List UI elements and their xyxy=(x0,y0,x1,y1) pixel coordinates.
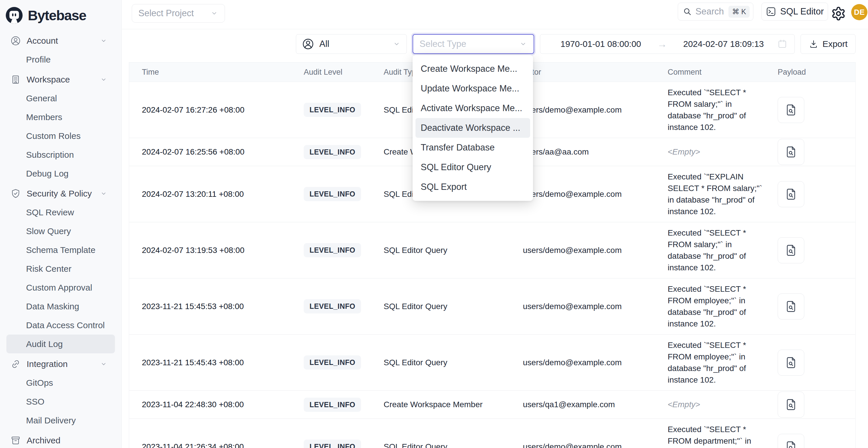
cell-payload xyxy=(778,350,855,376)
sidebar-item-custom-approval[interactable]: Custom Approval xyxy=(0,278,121,297)
view-payload-button[interactable] xyxy=(778,350,804,376)
cell-comment: Executed `"SELECT * FROM salary;"` in da… xyxy=(668,87,778,133)
search-input[interactable]: Search ⌘ K xyxy=(678,3,753,21)
table-row: 2023-11-04 22:48:30 +08:00 LEVEL_INFO Cr… xyxy=(129,391,855,419)
cell-comment: Executed `"SELECT * FROM employee;"` in … xyxy=(668,283,778,330)
cell-payload xyxy=(778,139,855,165)
cell-audit-level: LEVEL_INFO xyxy=(304,355,383,370)
top-bar: Select Project Search ⌘ K SQL Editor DE xyxy=(122,0,868,29)
sidebar-item-data-masking[interactable]: Data Masking xyxy=(0,297,121,316)
sidebar-item-general[interactable]: General xyxy=(0,89,121,108)
chevron-down-icon xyxy=(210,9,218,18)
sidebar-item-label: Profile xyxy=(26,55,51,65)
type-filter-placeholder: Select Type xyxy=(420,39,466,49)
date-to-value[interactable]: 2024-02-07 18:09:13 xyxy=(670,39,777,49)
type-filter-select[interactable]: Select Type xyxy=(412,34,534,54)
sidebar-item-custom-roles[interactable]: Custom Roles xyxy=(0,126,121,145)
cell-payload xyxy=(778,391,855,418)
sidebar-item-label: Audit Log xyxy=(26,339,63,349)
cell-actor: users/demo@example.com xyxy=(523,358,668,367)
user-circle-icon xyxy=(302,38,314,50)
view-payload-button[interactable] xyxy=(778,434,804,448)
type-menu-item-sql-editor-query[interactable]: SQL Editor Query xyxy=(415,157,530,177)
view-payload-button[interactable] xyxy=(778,237,804,263)
type-menu-item-activate-workspace-me[interactable]: Activate Workspace Me... xyxy=(415,98,530,118)
sidebar-item-security-policy[interactable]: Security & Policy xyxy=(0,184,121,203)
project-select[interactable]: Select Project xyxy=(132,4,225,23)
sidebar-item-slow-query[interactable]: Slow Query xyxy=(0,222,121,241)
sidebar-item-label: Schema Template xyxy=(26,245,96,255)
cell-audit-level: LEVEL_INFO xyxy=(304,440,383,448)
sql-editor-label: SQL Editor xyxy=(780,6,824,17)
sidebar-item-workspace[interactable]: Workspace xyxy=(0,70,121,89)
sidebar-item-profile[interactable]: Profile xyxy=(0,50,121,69)
cell-time: 2024-02-07 13:19:53 +08:00 xyxy=(129,246,304,255)
view-payload-button[interactable] xyxy=(778,139,804,165)
bytebase-logo[interactable]: Bytebase xyxy=(0,0,121,24)
audit-level-badge: LEVEL_INFO xyxy=(304,440,361,448)
sidebar-item-data-access-control[interactable]: Data Access Control xyxy=(0,316,121,334)
sidebar-item-sql-review[interactable]: SQL Review xyxy=(0,203,121,222)
cell-time: 2024-02-07 13:20:11 +08:00 xyxy=(129,190,304,199)
view-payload-button[interactable] xyxy=(778,181,804,207)
sidebar-item-risk-center[interactable]: Risk Center xyxy=(0,259,121,278)
audit-level-badge: LEVEL_INFO xyxy=(304,187,361,201)
sidebar-item-subscription[interactable]: Subscription xyxy=(0,145,121,164)
sidebar-item-archived[interactable]: Archived xyxy=(0,431,121,448)
sidebar-item-label: Workspace xyxy=(27,75,70,85)
cell-actor: users/demo@example.com xyxy=(523,442,668,448)
file-search-icon xyxy=(785,300,797,313)
actor-filter-select[interactable]: All xyxy=(296,34,407,54)
file-search-icon xyxy=(785,146,797,158)
file-search-icon xyxy=(785,398,797,411)
view-payload-button[interactable] xyxy=(778,391,804,418)
sidebar-item-integration[interactable]: Integration xyxy=(0,354,121,373)
sidebar-item-debug-log[interactable]: Debug Log xyxy=(0,164,121,183)
actor-filter-value: All xyxy=(319,39,388,49)
sidebar-item-mail-delivery[interactable]: Mail Delivery xyxy=(0,411,121,430)
column-header-audit-level: Audit Level xyxy=(304,68,383,77)
type-menu-item-create-workspace-me[interactable]: Create Workspace Me... xyxy=(415,59,530,79)
sidebar-item-sso[interactable]: SSO xyxy=(0,392,121,411)
cell-audit-level: LEVEL_INFO xyxy=(304,103,383,117)
cell-payload xyxy=(778,237,855,263)
type-menu-item-transfer-database[interactable]: Transfer Database xyxy=(415,138,530,157)
audit-level-badge: LEVEL_INFO xyxy=(304,145,361,159)
sidebar-item-members[interactable]: Members xyxy=(0,108,121,126)
table-row: 2023-11-21 15:45:43 +08:00 LEVEL_INFO SQ… xyxy=(129,334,855,391)
cell-audit-type: SQL Editor Query xyxy=(383,246,523,255)
sidebar-item-gitops[interactable]: GitOps xyxy=(0,373,121,392)
date-from-value[interactable]: 1970-01-01 08:00:00 xyxy=(547,39,654,49)
search-icon xyxy=(683,7,692,16)
cell-time: 2023-11-21 15:45:43 +08:00 xyxy=(129,358,304,367)
type-menu-item-update-workspace-me[interactable]: Update Workspace Me... xyxy=(415,79,530,98)
type-menu-item-sql-export[interactable]: SQL Export xyxy=(415,177,530,197)
settings-gear-button[interactable] xyxy=(831,5,848,22)
audit-level-badge: LEVEL_INFO xyxy=(304,243,361,257)
file-search-icon xyxy=(785,441,797,448)
user-avatar[interactable]: DE xyxy=(851,4,867,20)
sql-editor-button[interactable]: SQL Editor xyxy=(762,3,828,21)
audit-level-badge: LEVEL_INFO xyxy=(304,398,361,412)
file-search-icon xyxy=(785,188,797,200)
export-button[interactable]: Export xyxy=(801,34,856,54)
link-icon xyxy=(10,359,21,369)
sidebar-item-label: Account xyxy=(27,36,58,46)
sidebar-item-schema-template[interactable]: Schema Template xyxy=(0,241,121,259)
cell-comment: Executed `"EXPLAIN SELECT * FROM salary;… xyxy=(668,171,778,217)
date-range-picker[interactable]: 1970-01-01 08:00:00 → 2024-02-07 18:09:1… xyxy=(540,34,795,54)
sidebar-item-audit-log[interactable]: Audit Log xyxy=(6,334,115,353)
view-payload-button[interactable] xyxy=(778,97,804,123)
column-header-actor: Actor xyxy=(523,68,668,77)
type-menu-item-deactivate-workspace[interactable]: Deactivate Workspace ... xyxy=(415,118,530,138)
sidebar-item-label: Data Access Control xyxy=(26,320,105,330)
cell-time: 2023-11-04 21:26:34 +08:00 xyxy=(129,442,304,448)
cell-comment: <Empty> xyxy=(668,399,778,410)
user-circle-icon xyxy=(10,36,21,46)
sidebar-item-account[interactable]: Account xyxy=(0,31,121,50)
view-payload-button[interactable] xyxy=(778,293,804,320)
gear-icon xyxy=(831,6,846,21)
audit-level-badge: LEVEL_INFO xyxy=(304,299,361,313)
audit-level-badge: LEVEL_INFO xyxy=(304,355,361,370)
chevron-down-icon xyxy=(519,40,527,48)
